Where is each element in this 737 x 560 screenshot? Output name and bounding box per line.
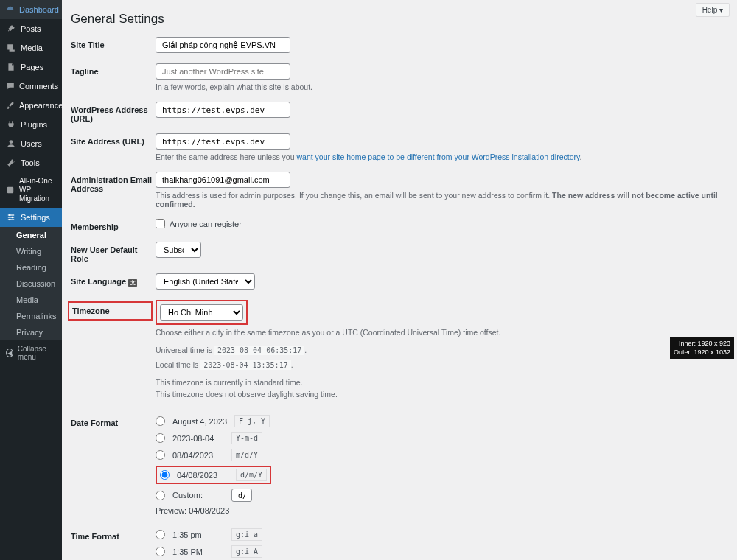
default-role-label: New User Default Role [71, 242, 156, 263]
time-format-label: Time Format [71, 528, 156, 541]
site-url-link[interactable]: want your site home page to be different… [296, 153, 579, 161]
sidebar-item-posts[interactable]: Posts [0, 19, 62, 38]
local-time: Local time is 2023-08-04 13:35:17. [156, 360, 724, 369]
svg-point-7 [9, 219, 10, 220]
date-format-label: Date Format [71, 415, 156, 427]
sidebar-item-dashboard[interactable]: Dashboard [0, 0, 62, 19]
site-lang-select[interactable]: English (United States) [156, 273, 255, 290]
sidebar-item-settings[interactable]: Settings [0, 208, 62, 227]
sidebar-label: Media [21, 43, 43, 52]
submenu-permalinks[interactable]: Permalinks [0, 308, 62, 324]
admin-sidebar: Dashboard Posts Media Pages Comments App… [0, 0, 62, 560]
site-title-input[interactable] [156, 37, 290, 53]
svg-point-0 [10, 140, 13, 144]
sidebar-item-plugins[interactable]: Plugins [0, 115, 62, 134]
timezone-select[interactable]: Ho Chi Minh [160, 304, 243, 321]
sidebar-label: Comments [19, 82, 58, 91]
submenu-writing[interactable]: Writing [0, 243, 62, 259]
admin-email-input[interactable] [156, 172, 290, 188]
tagline-input[interactable] [156, 63, 290, 80]
sidebar-item-appearance[interactable]: Appearance [0, 96, 62, 115]
plug-icon [6, 119, 16, 130]
date-preview: Preview: 04/08/2023 [156, 506, 724, 515]
page-icon [6, 62, 16, 72]
tz-std: This timezone is currently in standard t… [156, 378, 724, 387]
migration-icon [6, 185, 15, 195]
sidebar-label: Users [21, 139, 42, 148]
sidebar-item-pages[interactable]: Pages [0, 57, 62, 77]
submenu-general[interactable]: General [0, 227, 62, 243]
comment-icon [6, 81, 15, 91]
date-format-radio-custom[interactable] [156, 491, 165, 500]
translate-icon: 文 [128, 279, 137, 287]
submenu-reading[interactable]: Reading [0, 259, 62, 276]
site-title-label: Site Title [71, 37, 156, 49]
date-format-radio-2[interactable] [156, 433, 165, 443]
sidebar-label: Pages [21, 63, 43, 71]
date-custom-input[interactable] [231, 489, 252, 502]
sidebar-label: Tools [21, 158, 40, 167]
sidebar-item-media[interactable]: Media [0, 38, 62, 57]
submenu-privacy[interactable]: Privacy [0, 324, 62, 340]
user-icon [6, 139, 16, 149]
sidebar-label: Dashboard [19, 5, 59, 14]
sidebar-item-tools[interactable]: Tools [0, 153, 62, 172]
collapse-menu[interactable]: ◀ Collapse menu [0, 340, 62, 365]
sidebar-label: Plugins [21, 120, 47, 129]
submenu-discussion[interactable]: Discussion [0, 276, 62, 292]
collapse-icon: ◀ [6, 349, 13, 357]
site-lang-label: Site Language文 [71, 273, 156, 287]
date-format-radio-3[interactable] [156, 450, 165, 460]
site-url-input[interactable] [156, 133, 290, 150]
site-url-label: Site Address (URL) [71, 133, 156, 146]
site-url-desc: Enter the same address here unless you w… [156, 153, 724, 161]
admin-email-desc: This address is used for admin purposes.… [156, 191, 724, 209]
wp-url-label: WordPress Address (URL) [71, 102, 156, 123]
admin-email-label: Administration Email Address [71, 172, 156, 193]
date-format-radio-4[interactable] [160, 470, 170, 480]
svg-rect-1 [7, 187, 13, 193]
timezone-select-highlight: Ho Chi Minh [156, 300, 248, 325]
default-role-select[interactable]: Subscriber [156, 242, 201, 258]
timezone-label-highlight: Timezone [68, 301, 153, 321]
main-content: Help ▾ General Settings Site Title Tagli… [62, 0, 737, 560]
time-format-radio-2[interactable] [156, 547, 165, 556]
membership-checkbox[interactable] [156, 219, 165, 228]
universal-time: Universal time is 2023-08-04 06:35:17. [156, 346, 724, 354]
timezone-desc: Choose either a city in the same timezon… [156, 328, 724, 337]
date-format-highlight: 04/08/2023d/m/Y [156, 466, 271, 484]
sidebar-label: All-in-One WP Migration [19, 177, 56, 203]
wrench-icon [6, 158, 16, 168]
timezone-label: Timezone [72, 307, 110, 315]
gauge-icon [6, 4, 15, 15]
media-icon [6, 43, 16, 53]
settings-submenu: General Writing Reading Discussion Media… [0, 227, 62, 340]
viewport-badge: Inner: 1920 x 923 Outer: 1920 x 1032 [670, 337, 734, 359]
sidebar-item-migration[interactable]: All-in-One WP Migration [0, 172, 62, 208]
help-tab[interactable]: Help ▾ [696, 3, 730, 17]
tagline-desc: In a few words, explain what this site i… [156, 83, 724, 91]
tz-dst: This timezone does not observe daylight … [156, 390, 724, 399]
submenu-media[interactable]: Media [0, 292, 62, 308]
svg-point-5 [9, 214, 10, 216]
pin-icon [6, 24, 16, 34]
sidebar-label: Appearance [19, 101, 63, 110]
sidebar-label: Settings [21, 213, 50, 222]
settings-icon [6, 212, 16, 223]
brush-icon [6, 100, 15, 111]
sidebar-item-comments[interactable]: Comments [0, 77, 62, 96]
svg-point-6 [12, 217, 13, 218]
wp-url-input[interactable] [156, 102, 290, 118]
sidebar-item-users[interactable]: Users [0, 134, 62, 153]
membership-checkbox-label: Anyone can register [170, 220, 242, 228]
page-title: General Settings [71, 12, 724, 27]
date-format-radio-1[interactable] [156, 416, 165, 426]
sidebar-label: Posts [21, 24, 41, 33]
tagline-label: Tagline [71, 63, 156, 76]
time-format-radio-1[interactable] [156, 530, 165, 539]
membership-label: Membership [71, 219, 156, 231]
